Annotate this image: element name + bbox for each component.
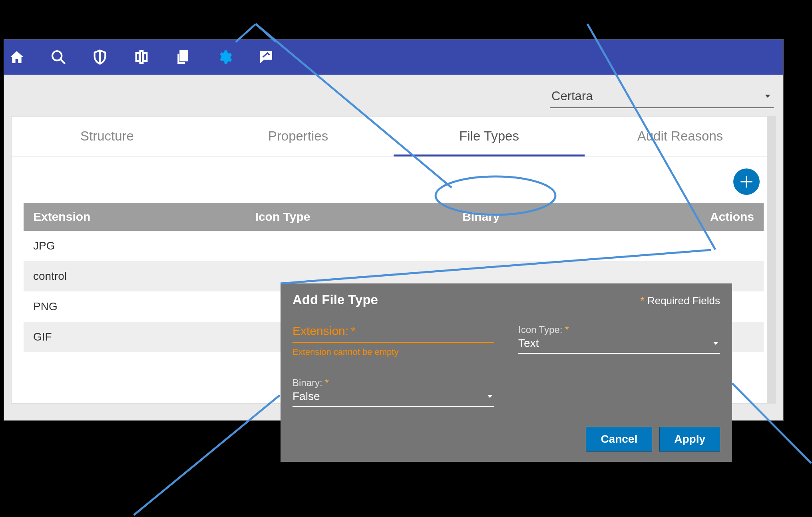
add-file-type-dialog: Add File Type * Required Fields Extensio… [281, 283, 732, 462]
tab-properties[interactable]: Properties [203, 117, 394, 156]
copy-icon[interactable] [174, 48, 192, 66]
svg-point-0 [52, 51, 62, 60]
tab-audit-reasons[interactable]: Audit Reasons [585, 117, 776, 156]
binary-value: False [293, 390, 320, 403]
col-header-actions: Actions [616, 203, 764, 231]
dialog-header: Add File Type * Required Fields [293, 292, 720, 307]
chevron-down-icon [763, 92, 772, 101]
chevron-down-icon [711, 339, 720, 348]
required-star-icon: * [641, 295, 647, 307]
required-star-icon: * [351, 324, 356, 338]
binary-select[interactable]: False [293, 388, 494, 407]
add-button-row [12, 156, 776, 203]
svg-rect-2 [180, 51, 187, 60]
icon-type-value: Text [518, 337, 539, 350]
app-toolbar [4, 40, 783, 75]
col-header-binary[interactable]: Binary [453, 203, 615, 231]
extension-error-message: Extension cannot be empty [293, 347, 494, 357]
cell-extension: PNG [24, 291, 246, 322]
search-icon[interactable] [50, 48, 67, 66]
extension-field[interactable]: Extension: * Extension cannot be empty [293, 324, 494, 357]
dialog-form: Extension: * Extension cannot be empty I… [293, 324, 720, 407]
binary-field: Binary: * False [293, 377, 494, 407]
cancel-button[interactable]: Cancel [586, 427, 652, 452]
col-header-extension[interactable]: Extension [24, 203, 246, 231]
table-row: JPG [24, 231, 764, 261]
home-icon[interactable] [8, 48, 26, 66]
tab-bar: Structure Properties File Types Audit Re… [12, 117, 776, 156]
icon-type-label: Icon Type: * [518, 324, 720, 335]
required-star-icon: * [565, 324, 569, 335]
shield-icon[interactable] [91, 48, 109, 66]
tab-file-types[interactable]: File Types [394, 117, 585, 156]
tab-label: Structure [80, 129, 134, 144]
dialog-title: Add File Type [293, 292, 378, 307]
cell-extension: control [24, 261, 246, 291]
add-file-type-button[interactable] [733, 168, 760, 195]
icon-type-select[interactable]: Text [518, 335, 720, 354]
plus-icon [738, 173, 755, 190]
compare-icon[interactable] [133, 48, 150, 66]
icon-type-field: Icon Type: * Text [518, 324, 720, 357]
binary-label: Binary: * [293, 377, 494, 388]
dialog-actions: Cancel Apply [293, 427, 720, 452]
col-header-icon-type[interactable]: Icon Type [246, 203, 453, 231]
required-fields-note: * Required Fields [641, 295, 720, 307]
org-selector[interactable]: Certara [550, 87, 774, 108]
tab-label: Properties [268, 129, 328, 144]
feedback-icon[interactable] [257, 48, 275, 66]
table-header-row: Extension Icon Type Binary Actions [24, 203, 764, 231]
chevron-down-icon [486, 392, 494, 401]
org-selector-row: Certara [4, 75, 783, 112]
required-star-icon: * [325, 377, 328, 388]
settings-gear-icon[interactable] [216, 48, 233, 66]
cell-extension: JPG [24, 231, 246, 261]
extension-input[interactable]: Extension: * [293, 324, 494, 343]
scrollbar[interactable] [767, 117, 776, 403]
org-selector-value: Certara [551, 89, 593, 103]
tab-label: Audit Reasons [637, 129, 723, 144]
svg-line-1 [60, 59, 65, 64]
tab-label: File Types [459, 129, 519, 144]
cell-extension: GIF [24, 322, 246, 352]
tab-structure[interactable]: Structure [12, 117, 203, 156]
apply-button[interactable]: Apply [659, 427, 720, 452]
